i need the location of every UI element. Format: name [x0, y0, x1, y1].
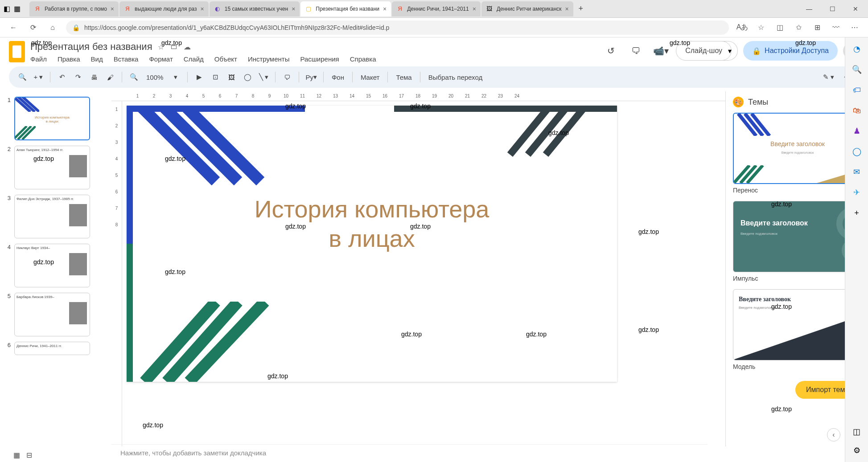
more-icon[interactable]: ⋯	[848, 21, 861, 34]
tabs-icon[interactable]: ▦	[14, 4, 21, 13]
thumbnail-slide-1[interactable]: История компьютерав лицах	[14, 97, 90, 140]
performance-icon[interactable]: 〰	[830, 21, 842, 34]
transition-button[interactable]: Выбрать переход	[425, 74, 486, 81]
textbox-tool[interactable]: ⊡	[208, 70, 222, 84]
comments-icon[interactable]: 🗨	[626, 41, 646, 61]
zoom-dropdown[interactable]: ▾	[169, 70, 183, 84]
close-tab-icon[interactable]: ×	[473, 5, 476, 12]
browser-tab-active[interactable]: ▢Презентация без названи×	[300, 1, 391, 16]
close-tab-icon[interactable]: ×	[201, 5, 204, 12]
menu-object[interactable]: Объект	[214, 55, 237, 63]
close-window-button[interactable]: ✕	[847, 2, 864, 16]
slide-canvas[interactable]: История компьютерав лицах	[127, 106, 617, 382]
slide-title-text[interactable]: История компьютерав лицах	[127, 195, 617, 253]
line-tool[interactable]: ╲ ▾	[256, 70, 271, 84]
print-button[interactable]: 🖶	[87, 70, 101, 84]
settings-icon[interactable]: ⚙	[851, 444, 863, 457]
back-button[interactable]: ←	[7, 21, 20, 34]
menu-tools[interactable]: Инструменты	[248, 55, 290, 63]
outlook-icon[interactable]: ✉	[851, 166, 863, 178]
thumbnail-slide-5[interactable]: Барбара Лисков 1939–	[14, 293, 90, 336]
browser-tab-strip: ◧ ▦ ЯРаботая в группе, с помо× Явыдающие…	[0, 0, 868, 18]
browser-tab[interactable]: 🖼Деннис Ритчи американск×	[481, 1, 573, 16]
undo-button[interactable]: ↶	[55, 70, 69, 84]
menu-slide[interactable]: Слайд	[184, 55, 204, 63]
zoom-level[interactable]: 100%	[143, 74, 167, 81]
favorite-icon[interactable]: ☆	[755, 21, 767, 34]
slideshow-dropdown[interactable]: ▾	[722, 41, 738, 61]
theme-name: Перенос	[733, 187, 861, 194]
add-tool-icon[interactable]: +	[851, 207, 863, 219]
menu-icon[interactable]: ◧	[4, 4, 10, 13]
filmstrip-view-icon[interactable]: ⊟	[26, 451, 32, 459]
slides-logo[interactable]	[9, 41, 25, 62]
games-icon[interactable]: ♟	[851, 125, 863, 137]
theme-preview-perenos[interactable]: Введите заголовок Введите подзаголовок	[733, 113, 862, 184]
price-icon[interactable]: 🏷	[851, 84, 863, 96]
theme-preview-model[interactable]: Введите заголовок Введите подзаголовок	[733, 289, 862, 360]
thumbnail-slide-2[interactable]: Алан Тьюринг, 1912–1954 гг.	[14, 146, 90, 189]
redo-button[interactable]: ↷	[71, 70, 85, 84]
collections-icon[interactable]: ◫	[773, 21, 786, 34]
menu-help[interactable]: Справка	[350, 55, 376, 63]
thumbnail-slide-3[interactable]: Филип Дон Эстридж, 1937–1985 гг.	[14, 195, 90, 238]
theme-button[interactable]: Тема	[392, 74, 415, 81]
thumbnail-slide-4[interactable]: Никлаус Вирт 1934–	[14, 244, 90, 287]
shape-tool[interactable]: ◯	[240, 70, 255, 84]
folder-icon[interactable]: 🗀	[170, 43, 177, 51]
edit-mode-dropdown[interactable]: ✎ ▾	[821, 70, 836, 84]
grid-view-icon[interactable]: ▦	[13, 451, 20, 459]
refresh-button[interactable]: ⟳	[27, 21, 39, 34]
star-icon[interactable]: ☆	[158, 43, 164, 51]
home-button[interactable]: ⌂	[46, 21, 59, 34]
menu-file[interactable]: Файл	[30, 55, 47, 63]
explore-icon[interactable]: ‹	[827, 428, 840, 442]
url-input[interactable]: 🔒 https://docs.google.com/presentation/d…	[66, 20, 729, 35]
comment-tool[interactable]: 🗩	[280, 70, 294, 84]
side-panel-toggle[interactable]: ◫	[851, 425, 863, 438]
browser-tab[interactable]: ЯДеннис Ричи, 1941–2011×	[392, 1, 481, 16]
tools-icon[interactable]: ◯	[851, 145, 863, 158]
close-tab-icon[interactable]: ×	[111, 5, 114, 12]
document-title[interactable]: Презентация без названия	[30, 41, 152, 53]
layout-button[interactable]: Макет	[357, 74, 383, 81]
image-tool[interactable]: 🖼	[224, 70, 239, 84]
menu-view[interactable]: Вид	[91, 55, 103, 63]
menu-format[interactable]: Формат	[149, 55, 173, 63]
minimize-button[interactable]: —	[800, 2, 818, 16]
new-slide-button[interactable]: + ▾	[31, 70, 45, 84]
menu-extensions[interactable]: Расширения	[300, 55, 339, 63]
menu-edit[interactable]: Правка	[58, 55, 80, 63]
browser-tab[interactable]: Явыдающие люди для раз×	[119, 1, 209, 16]
close-tab-icon[interactable]: ×	[292, 5, 295, 12]
shopping-icon[interactable]: 🛍	[851, 104, 863, 117]
extensions-icon[interactable]: ⊞	[811, 21, 823, 34]
copilot-icon[interactable]: ◔	[851, 43, 863, 55]
select-tool[interactable]: ▶	[192, 70, 206, 84]
history-icon[interactable]: ↺	[601, 41, 621, 61]
telegram-icon[interactable]: ✈	[851, 186, 863, 199]
yandex-icon: Я	[396, 5, 403, 12]
search-side-icon[interactable]: 🔍	[851, 63, 863, 76]
share-button[interactable]: 🔒 Настройки Доступа	[743, 41, 838, 61]
background-button[interactable]: Фон	[328, 74, 348, 81]
panel-title: Темы	[748, 98, 850, 107]
browser-tab[interactable]: ◐15 самых известных учен×	[210, 1, 300, 16]
paint-format-button[interactable]: 🖌	[103, 70, 117, 84]
search-icon[interactable]: 🔍	[15, 70, 29, 84]
theme-preview-impuls[interactable]: Введите заголовок Введите подзаголовок	[733, 201, 862, 272]
cloud-icon[interactable]: ☁	[184, 43, 191, 51]
browser-tab[interactable]: ЯРаботая в группе, с помо×	[29, 1, 119, 16]
reader-icon[interactable]: Aあ	[736, 21, 749, 34]
close-tab-icon[interactable]: ×	[383, 5, 387, 12]
thumbnail-slide-6[interactable]: Деннис Ричи, 1941–2011 гг.	[14, 342, 90, 355]
new-tab-button[interactable]: +	[574, 2, 588, 16]
close-tab-icon[interactable]: ×	[565, 5, 569, 12]
zoom-out-button[interactable]: 🔍	[127, 70, 141, 84]
maximize-button[interactable]: ☐	[823, 2, 841, 16]
speaker-notes[interactable]: Нажмите, чтобы добавить заметки докладчи…	[111, 444, 708, 462]
meet-icon[interactable]: 📹▾	[651, 41, 671, 61]
py-tool[interactable]: Py ▾	[304, 70, 319, 84]
favorites2-icon[interactable]: ✩	[792, 21, 805, 34]
menu-insert[interactable]: Вставка	[114, 55, 139, 63]
